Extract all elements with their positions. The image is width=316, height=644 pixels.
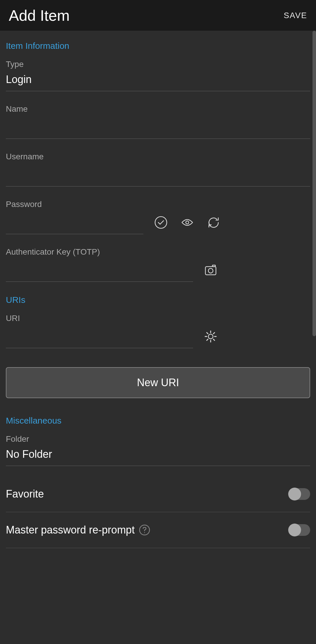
uri-input[interactable] <box>6 327 193 348</box>
scan-qr-button[interactable] <box>202 261 219 279</box>
uri-settings-button[interactable] <box>202 328 219 345</box>
uri-label: URI <box>6 314 310 323</box>
password-label: Password <box>6 200 310 209</box>
divider <box>6 512 310 512</box>
svg-point-1 <box>186 221 189 224</box>
svg-point-4 <box>208 268 213 273</box>
check-password-button[interactable] <box>152 214 170 231</box>
name-field-group: Name <box>6 104 310 139</box>
save-button[interactable]: SAVE <box>284 11 307 20</box>
svg-rect-2 <box>205 267 216 275</box>
section-item-information: Item Information <box>6 41 310 51</box>
scrollbar[interactable] <box>312 31 316 336</box>
check-circle-icon <box>154 216 167 229</box>
password-input[interactable] <box>6 213 143 234</box>
type-value: Login <box>6 73 310 91</box>
master-prompt-label: Master password re-prompt <box>6 524 150 536</box>
name-input[interactable] <box>6 118 310 139</box>
master-prompt-text: Master password re-prompt <box>6 524 135 536</box>
camera-icon <box>204 263 218 277</box>
content: Item Information Type Login Name Usernam… <box>0 31 316 548</box>
refresh-icon <box>207 216 220 229</box>
svg-point-0 <box>155 217 167 228</box>
username-field-group: Username <box>6 152 310 187</box>
help-icon[interactable] <box>139 524 150 536</box>
header: Add Item SAVE <box>0 0 316 31</box>
master-prompt-toggle[interactable] <box>289 524 310 536</box>
username-label: Username <box>6 152 310 161</box>
page-title: Add Item <box>9 7 70 24</box>
svg-point-5 <box>208 334 213 339</box>
master-prompt-row: Master password re-prompt <box>6 515 310 545</box>
favorite-row: Favorite <box>6 479 310 509</box>
section-miscellaneous: Miscellaneous <box>6 416 310 426</box>
generate-password-button[interactable] <box>205 214 222 231</box>
password-field-group: Password <box>6 200 310 234</box>
toggle-visibility-button[interactable] <box>178 214 196 231</box>
totp-label: Authenticator Key (TOTP) <box>6 247 310 257</box>
totp-field-group: Authenticator Key (TOTP) <box>6 247 310 282</box>
svg-rect-3 <box>212 265 215 267</box>
totp-input[interactable] <box>6 261 193 282</box>
toggle-knob <box>288 488 301 500</box>
favorite-label: Favorite <box>6 488 44 500</box>
folder-label: Folder <box>6 434 310 444</box>
uri-field-group: URI <box>6 314 310 348</box>
new-uri-button[interactable]: New URI <box>6 367 310 398</box>
divider <box>6 548 310 548</box>
svg-point-7 <box>144 532 145 533</box>
name-label: Name <box>6 104 310 114</box>
username-input[interactable] <box>6 166 310 187</box>
folder-value: No Folder <box>6 448 310 466</box>
toggle-knob <box>288 524 301 536</box>
type-field[interactable]: Type Login <box>6 60 310 91</box>
folder-field[interactable]: Folder No Folder <box>6 434 310 466</box>
type-label: Type <box>6 60 310 69</box>
gear-icon <box>204 330 217 343</box>
eye-icon <box>180 215 194 229</box>
favorite-toggle[interactable] <box>289 488 310 500</box>
section-uris: URIs <box>6 295 310 305</box>
